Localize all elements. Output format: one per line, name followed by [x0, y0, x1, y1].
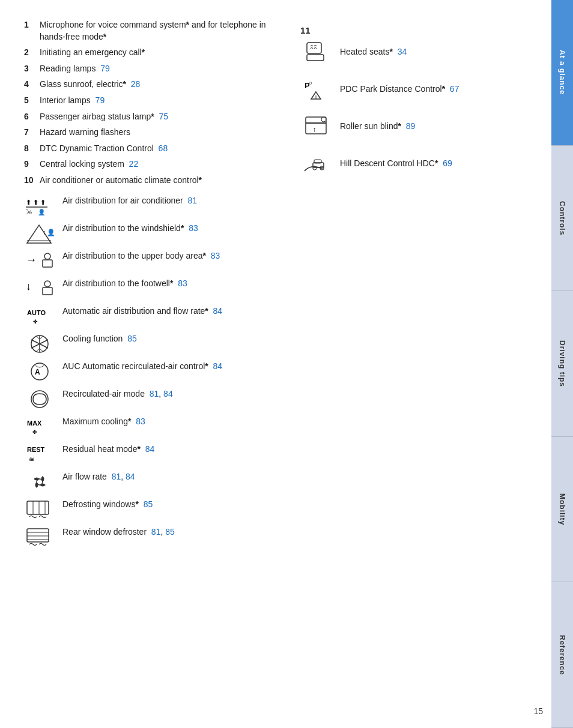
item-num-2: 2	[24, 47, 40, 59]
link-cooling[interactable]: 85	[127, 334, 137, 343]
link-rest[interactable]: 84	[145, 444, 155, 454]
svg-text:↑: ↑	[43, 229, 46, 236]
list-item-3: 3 Reading lamps 79	[24, 63, 282, 75]
tab-controls[interactable]: Controls	[551, 146, 573, 292]
svg-text:⬆: ⬆	[33, 199, 38, 206]
auc-recirculated-icon: A	[24, 361, 55, 382]
icon-row-max: MAX ✤ Maximum cooling* 83	[24, 416, 282, 438]
link-3[interactable]: 79	[100, 64, 110, 73]
link-roller[interactable]: 89	[406, 121, 416, 131]
link-heated[interactable]: 34	[398, 47, 407, 56]
link-airflow-2[interactable]: 84	[126, 472, 135, 481]
right-sidebar: At a glance Controls Driving tips Mobili…	[551, 0, 573, 728]
item-text-3: Reading lamps 79	[40, 63, 282, 75]
list-item-10: 10 Air conditioner or automatic climate …	[24, 175, 282, 187]
link-footwell[interactable]: 83	[178, 278, 187, 288]
svg-line-23	[40, 336, 43, 339]
link-pdc[interactable]: 67	[450, 84, 459, 94]
item-text-10: Air conditioner or automatic climate con…	[40, 175, 282, 187]
hill-descent-icon	[300, 152, 332, 176]
icon-row-auto: AUTO ✤ Automatic air distribution and fl…	[24, 305, 282, 327]
link-hill[interactable]: 69	[443, 158, 452, 168]
tab-driving-tips[interactable]: Driving tips	[551, 291, 573, 437]
link-windshield[interactable]: 83	[189, 223, 198, 233]
svg-text:MAX: MAX	[27, 420, 42, 427]
svg-text:👤: 👤	[38, 208, 46, 216]
icon-row-recirc: Recirculated-air mode 81, 84	[24, 388, 282, 410]
icon-row-airflow: Air flow rate 81, 84	[24, 471, 282, 493]
windshield-label: Air distribution to the windshield* 83	[62, 223, 282, 235]
link-recirc-2[interactable]: 84	[163, 389, 173, 399]
item-text-4: Glass sunroof, electric* 28	[40, 79, 282, 91]
max-cooling-icon: MAX ✤	[24, 416, 55, 438]
airflow-label: Air flow rate 81, 84	[62, 471, 282, 483]
link-rear-defrost-2[interactable]: 85	[165, 527, 175, 537]
icon-row-air-dist-cond: ⬆ ⬆ ⬆ 🌬 👤 Air distribution for air condi…	[24, 195, 282, 217]
defrost-label: Defrosting windows* 85	[62, 499, 282, 511]
left-column: 1 Microphone for voice command system* a…	[24, 19, 282, 704]
link-airflow-1[interactable]: 81	[112, 472, 121, 481]
air-distribution-conditioner-icon: ⬆ ⬆ ⬆ 🌬 👤	[24, 195, 55, 217]
recirc-label: Recirculated-air mode 81, 84	[62, 388, 282, 400]
residual-heat-icon: REST ≋	[24, 444, 55, 465]
item-text-2: Initiating an emergency call*	[40, 47, 282, 59]
svg-rect-12	[43, 260, 52, 267]
link-max[interactable]: 83	[136, 417, 145, 426]
page-number: 15	[533, 706, 543, 716]
icon-row-auc: A AUC Automatic recirculated-air control…	[24, 361, 282, 382]
rest-label: Residual heat mode* 84	[62, 444, 282, 456]
link-8[interactable]: 68	[159, 143, 168, 153]
link-rear-defrost-1[interactable]: 81	[151, 527, 161, 537]
icon-row-defrost: Defrosting windows* 85	[24, 499, 282, 520]
link-upper[interactable]: 83	[211, 251, 220, 260]
roller-sun-blind-icon: ↕	[300, 115, 332, 139]
tab-reference[interactable]: Reference	[551, 582, 573, 728]
svg-point-11	[44, 253, 50, 259]
air-distribution-windshield-icon: ↑ 👤	[24, 223, 55, 244]
icon-row-upper: → Air distribution to the upper body are…	[24, 250, 282, 272]
list-item-8: 8 DTC Dynamic Traction Control 68	[24, 143, 282, 155]
list-item-2: 2 Initiating an emergency call*	[24, 47, 282, 59]
link-auto[interactable]: 84	[213, 306, 223, 316]
svg-line-22	[36, 336, 40, 339]
svg-text:↓: ↓	[26, 280, 31, 292]
link-6[interactable]: 75	[159, 112, 168, 121]
right-icon-row-hill: Hill Descent Control HDC* 69	[300, 152, 555, 176]
icon-row-rest: REST ≋ Residual heat mode* 84	[24, 444, 282, 465]
right-icon-row-roller: ↕ Roller sun blind* 89	[300, 115, 555, 139]
svg-point-28	[31, 391, 48, 408]
link-4[interactable]: 28	[131, 79, 141, 89]
svg-point-14	[44, 281, 50, 287]
hill-descent-label: Hill Descent Control HDC* 69	[340, 158, 555, 170]
svg-rect-34	[27, 501, 49, 514]
item-num-11: 11	[300, 25, 311, 35]
svg-rect-38	[27, 529, 49, 542]
auto-label: Automatic air distribution and flow rate…	[62, 305, 282, 317]
footwell-label: Air distribution to the footwell* 83	[62, 278, 282, 290]
cooling-function-icon	[24, 333, 55, 355]
svg-text:≋: ≋	[29, 456, 34, 463]
item-num-1: 1	[24, 19, 40, 43]
auc-label: AUC Automatic recirculated-air control* …	[62, 361, 282, 373]
pdc-label: PDC Park Distance Control* 67	[340, 83, 555, 95]
link-air-dist-cond[interactable]: 81	[188, 196, 198, 205]
link-auc[interactable]: 84	[213, 361, 223, 371]
item-num-5: 5	[24, 95, 40, 107]
item-num-6: 6	[24, 111, 40, 123]
item-num-8: 8	[24, 143, 40, 155]
link-5[interactable]: 79	[96, 95, 105, 105]
item-text-5: Interior lamps 79	[40, 95, 282, 107]
list-item-6: 6 Passenger airbag status lamp* 75	[24, 111, 282, 123]
auto-distribution-icon: AUTO ✤	[24, 305, 55, 327]
link-recirc-1[interactable]: 81	[150, 389, 159, 399]
tab-mobility[interactable]: Mobility	[551, 437, 573, 583]
link-defrost[interactable]: 85	[144, 499, 153, 509]
tab-at-a-glance[interactable]: At a glance	[551, 0, 573, 146]
right-column: 11 Heated seats* 34	[300, 19, 555, 704]
svg-point-51	[321, 117, 326, 122]
air-distribution-upper-icon: →	[24, 250, 55, 272]
list-item-4: 4 Glass sunroof, electric* 28	[24, 79, 282, 91]
link-9[interactable]: 22	[129, 159, 139, 169]
item-num-3: 3	[24, 63, 40, 75]
roller-label: Roller sun blind* 89	[340, 121, 555, 133]
